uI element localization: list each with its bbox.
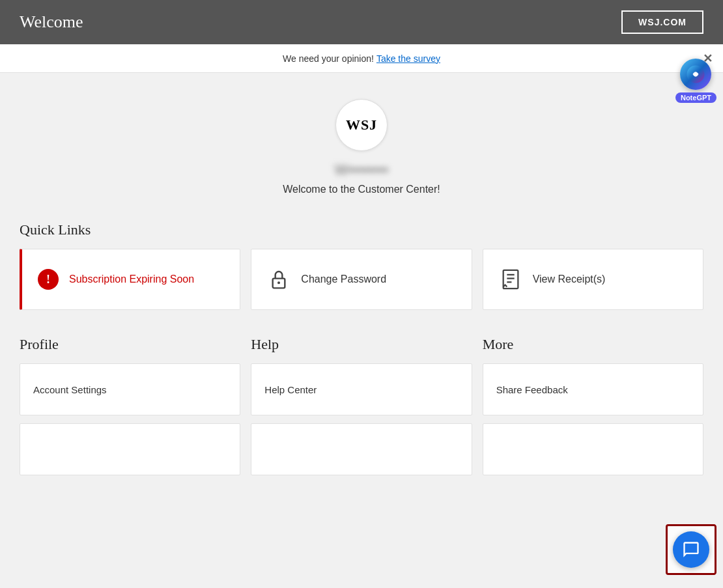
account-settings-label: Account Settings (33, 384, 107, 395)
welcome-message: Welcome to the Customer Center! (283, 184, 440, 195)
help-center-label: Help Center (264, 384, 317, 395)
change-password-card[interactable]: Change Password (251, 249, 472, 310)
quick-links-section: Quick Links ! Subscription Expiring Soon… (20, 221, 703, 310)
alert-icon: ! (38, 269, 59, 290)
help-extra-card[interactable] (251, 423, 472, 475)
page-title: Welcome (20, 12, 83, 32)
wsj-cta-button[interactable]: WSJ.COM (621, 10, 703, 34)
notegpt-icon[interactable] (680, 59, 711, 90)
survey-text: We need your opinion! (283, 53, 374, 64)
username-display: W•••••••• (335, 161, 388, 178)
chat-button[interactable] (673, 531, 709, 568)
profile-section: Profile Account Settings (20, 336, 240, 483)
sections-grid: Profile Account Settings Help Help Cente… (20, 336, 703, 483)
svg-point-3 (277, 281, 280, 284)
more-section: More Share Feedback (483, 336, 703, 483)
help-center-card[interactable]: Help Center (251, 363, 472, 415)
svg-point-1 (694, 72, 698, 76)
user-section: WSJ W•••••••• Welcome to the Customer Ce… (20, 99, 703, 195)
notegpt-label: NoteGPT (675, 92, 716, 103)
subscription-card[interactable]: ! Subscription Expiring Soon (20, 249, 240, 310)
wsj-logo: WSJ (335, 99, 388, 151)
help-section: Help Help Center (251, 336, 472, 483)
more-title: More (483, 336, 703, 353)
notegpt-widget[interactable]: NoteGPT (675, 59, 716, 103)
chat-widget[interactable] (666, 524, 716, 575)
header: Welcome WSJ.COM (0, 0, 723, 44)
wsj-logo-text: WSJ (346, 117, 377, 133)
profile-extra-card[interactable] (20, 423, 240, 475)
receipt-icon (499, 268, 522, 291)
chat-border-box (666, 524, 716, 575)
help-title: Help (251, 336, 472, 353)
more-extra-card[interactable] (483, 423, 703, 475)
subscription-label: Subscription Expiring Soon (69, 273, 194, 285)
share-feedback-card[interactable]: Share Feedback (483, 363, 703, 415)
main-content: WSJ W•••••••• Welcome to the Customer Ce… (0, 73, 723, 509)
view-receipts-card[interactable]: View Receipt(s) (483, 249, 703, 310)
view-receipts-label: View Receipt(s) (533, 273, 606, 285)
survey-banner: We need your opinion! Take the survey ✕ (0, 44, 723, 73)
change-password-label: Change Password (301, 273, 386, 285)
profile-title: Profile (20, 336, 240, 353)
quick-links-grid: ! Subscription Expiring Soon Change Pass… (20, 249, 703, 310)
lock-icon (267, 268, 291, 291)
share-feedback-label: Share Feedback (496, 384, 568, 395)
survey-link[interactable]: Take the survey (376, 53, 440, 64)
quick-links-title: Quick Links (20, 221, 703, 238)
account-settings-card[interactable]: Account Settings (20, 363, 240, 415)
